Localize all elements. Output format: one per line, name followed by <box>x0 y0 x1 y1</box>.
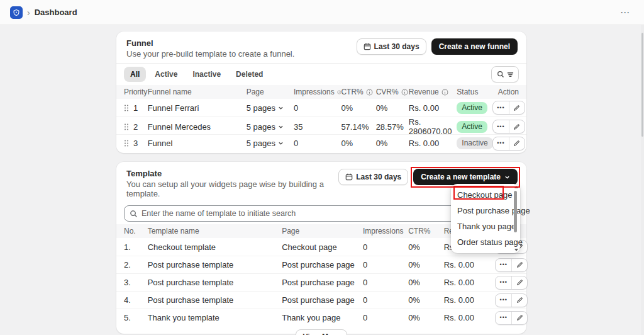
edit-button[interactable] <box>511 259 527 271</box>
template-date-range-label: Last 30 days <box>356 173 401 181</box>
scroll-up-icon[interactable] <box>514 186 518 188</box>
status-badge: Active <box>457 121 487 133</box>
revenue-value: Rs. 2806070.00 <box>409 117 457 136</box>
funnel-date-range-button[interactable]: Last 30 days <box>357 38 426 55</box>
scroll-down-icon[interactable] <box>514 249 518 251</box>
impressions-value: 0 <box>363 313 408 322</box>
scrollbar-thumb[interactable] <box>514 191 517 232</box>
ellipsis-icon: ••• <box>500 280 508 285</box>
col-funnel-name: Funnel name <box>148 88 247 96</box>
page-count-dropdown[interactable]: 5 pages <box>247 103 294 113</box>
funnel-section-title: Funnel <box>126 38 294 48</box>
impressions-value: 0 <box>294 103 341 113</box>
info-icon[interactable] <box>441 89 448 96</box>
dropdown-item-order-status-page[interactable]: Order status page <box>451 234 520 250</box>
funnel-name: Funnel Ferrari <box>148 103 247 113</box>
info-icon[interactable] <box>337 89 341 96</box>
row-number: 5. <box>124 313 148 322</box>
priority-number: 3 <box>133 139 138 148</box>
col-cvr: CVR% <box>376 88 409 96</box>
actions-menu-button[interactable]: ••• <box>496 312 511 324</box>
page-scrollbar-thumb[interactable] <box>641 33 643 137</box>
dropdown-item-post-purchase-page[interactable]: Post purchase page <box>451 203 520 219</box>
app-logo-icon[interactable] <box>10 6 23 19</box>
actions-menu-button[interactable]: ••• <box>496 276 511 289</box>
ctr-value: 0% <box>408 260 444 270</box>
col-page: Page <box>282 227 363 236</box>
actions-menu-button[interactable]: ••• <box>493 101 509 114</box>
page-scrollbar[interactable] <box>641 25 644 335</box>
drag-handle-icon[interactable] <box>124 123 129 131</box>
tab-inactive[interactable]: Inactive <box>186 67 227 82</box>
ctr-value: 57.14% <box>341 122 375 132</box>
chevron-down-icon <box>278 124 284 130</box>
drag-handle-icon[interactable] <box>124 104 129 112</box>
funnel-search-filter-button[interactable] <box>491 66 519 82</box>
edit-button[interactable] <box>511 312 527 324</box>
drag-handle-icon[interactable] <box>124 139 129 147</box>
create-funnel-button[interactable]: Create a new funnel <box>431 38 518 55</box>
ctr-value: 0% <box>408 295 444 305</box>
pencil-icon <box>516 314 523 321</box>
view-more-button[interactable]: View More <box>296 329 347 335</box>
actions-menu-button[interactable]: ••• <box>493 120 509 133</box>
revenue-value: Rs. 0.00 <box>444 313 496 322</box>
template-name: Checkout template <box>148 242 282 252</box>
template-page: Checkout page <box>282 242 363 252</box>
cvr-value: 0% <box>376 139 409 148</box>
ellipsis-icon: ••• <box>500 297 508 303</box>
edit-button[interactable] <box>511 294 527 307</box>
actions-menu-button[interactable]: ••• <box>493 137 509 150</box>
info-icon[interactable] <box>401 89 408 96</box>
funnel-row: 2 Funnel Mercedes 5 pages 35 57.14% 28.5… <box>116 116 526 134</box>
template-name: Post purchase template <box>148 260 282 270</box>
dropdown-item-thank-you-page[interactable]: Thank you page <box>451 219 520 234</box>
actions-menu-button[interactable]: ••• <box>496 259 511 271</box>
edit-button[interactable] <box>511 276 527 289</box>
template-name: Post purchase template <box>148 278 282 287</box>
impressions-value: 0 <box>363 295 408 305</box>
pencil-icon <box>513 140 520 147</box>
status-badge: Inactive <box>457 137 492 149</box>
tab-all[interactable]: All <box>124 67 146 82</box>
breadcrumb-chevron-icon: › <box>27 8 30 18</box>
funnel-table-header: Priority Funnel name Page Impressions CT… <box>116 85 526 99</box>
tab-active[interactable]: Active <box>148 67 184 82</box>
status-badge: Active <box>457 102 487 114</box>
dropdown-item-checkout-page[interactable]: Checkout page <box>451 187 520 203</box>
template-page: Thank you page <box>282 313 363 322</box>
template-row: 3. Post purchase template Post purchase … <box>116 273 526 291</box>
impressions-value: 0 <box>363 260 408 270</box>
overflow-menu-button[interactable]: ⋯ <box>616 6 634 20</box>
page-count-dropdown[interactable]: 5 pages <box>247 139 294 148</box>
calendar-icon <box>345 173 353 181</box>
ctr-value: 0% <box>341 139 375 148</box>
edit-button[interactable] <box>509 101 525 114</box>
cvr-value: 0% <box>376 103 409 113</box>
create-template-button[interactable]: Create a new template <box>413 169 518 185</box>
edit-button[interactable] <box>509 120 525 133</box>
tab-deleted[interactable]: Deleted <box>230 67 269 82</box>
row-number: 1. <box>124 242 148 252</box>
funnel-card: Funnel Use your pre-build template to cr… <box>116 31 526 153</box>
dropdown-scrollbar[interactable] <box>513 186 519 251</box>
actions-menu-button[interactable]: ••• <box>496 294 511 307</box>
pencil-icon <box>516 279 523 286</box>
template-section-subtitle: You can setup all your widgets page wise… <box>126 179 338 198</box>
priority-number: 1 <box>133 103 138 113</box>
pencil-icon <box>516 297 523 304</box>
info-icon[interactable] <box>366 89 373 96</box>
funnel-row: 1 Funnel Ferrari 5 pages 0 0% 0% Rs. 0.0… <box>116 99 526 116</box>
template-row: 5. Thank you template Thank you page 0 0… <box>116 309 526 326</box>
template-name: Thank you template <box>148 313 282 322</box>
funnel-section-subtitle: Use your pre-build template to create a … <box>126 49 294 59</box>
impressions-value: 0 <box>294 139 341 148</box>
edit-button[interactable] <box>509 137 525 150</box>
page-count-dropdown[interactable]: 5 pages <box>247 122 294 132</box>
view-more-label: View More <box>303 332 340 335</box>
template-page: Post purchase page <box>282 260 363 270</box>
template-date-range-button[interactable]: Last 30 days <box>338 169 408 185</box>
col-ctr: CTR% <box>408 227 444 236</box>
col-page: Page <box>247 88 294 96</box>
template-row: 4. Post purchase template Post purchase … <box>116 291 526 309</box>
